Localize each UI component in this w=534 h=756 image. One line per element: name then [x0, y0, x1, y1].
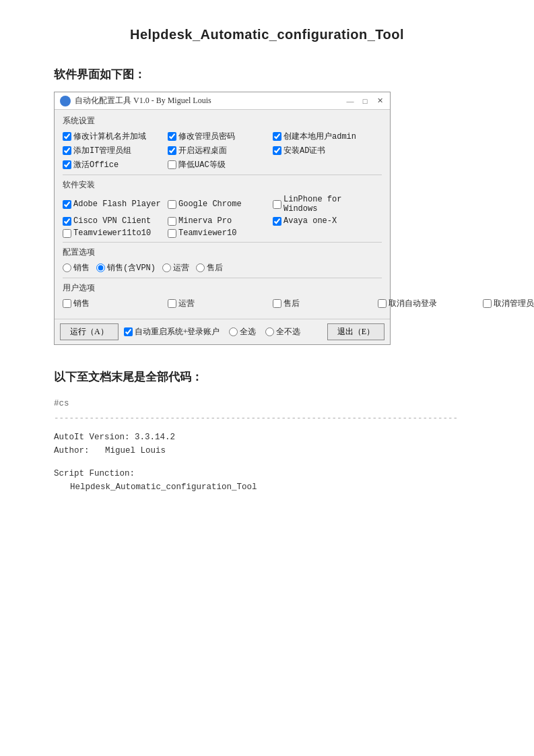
code-block: #cs ------------------------------------…	[54, 397, 480, 494]
radio-ops-input[interactable]	[162, 263, 171, 272]
script-function-label-line: Script Function:	[54, 467, 480, 480]
checkbox-cancel-autologin[interactable]	[378, 299, 387, 308]
radio-select-all[interactable]: 全选	[229, 326, 256, 338]
window-footer: 运行（A） 自动重启系统+登录账户 全选 全不选 退出（E）	[55, 319, 390, 344]
close-button[interactable]: ✕	[375, 96, 385, 106]
checkbox-cisco[interactable]	[63, 217, 71, 226]
system-settings-row3: 激活Office 降低UAC等级	[63, 159, 382, 170]
radio-after-sales[interactable]: 售后	[196, 262, 223, 274]
app-window: 自动化配置工具 V1.0 - By Miguel Louis — □ ✕ 系统设…	[54, 92, 391, 345]
user-options-label: 用户选项	[63, 282, 382, 294]
checkbox-linphone[interactable]	[273, 200, 281, 209]
system-settings-row1: 修改计算机名并加域 修改管理员密码 创建本地用户admin	[63, 131, 382, 142]
radio-sales-vpn-input[interactable]	[96, 263, 105, 272]
check-enable-remote[interactable]: 开启远程桌面	[168, 145, 269, 156]
check-activate-office[interactable]: 激活Office	[63, 159, 164, 170]
exit-button[interactable]: 退出（E）	[327, 323, 385, 340]
system-settings-row2: 添加IT管理员组 开启远程桌面 安装AD证书	[63, 145, 382, 156]
checkbox-avaya[interactable]	[273, 217, 281, 226]
window-body: 系统设置 修改计算机名并加域 修改管理员密码 创建本地用户admin 添加IT管…	[55, 110, 390, 319]
user-options-row: 销售 运营 售后 取消自动登录 取消管理员权限	[63, 298, 382, 309]
checkbox-modify-admin-pwd[interactable]	[168, 132, 176, 141]
page-title: Helpdesk_Automatic_configuration_Tool	[54, 27, 480, 42]
script-function-value-line: Helpdesk_Automatic_configuration_Tool	[54, 480, 480, 494]
window-controls: — □ ✕	[345, 96, 385, 106]
check-teamviewer11[interactable]: Teamviewer11to10	[63, 228, 164, 238]
autoit-version-line: AutoIt Version: 3.3.14.2	[54, 431, 480, 444]
check-lower-uac[interactable]: 降低UAC等级	[168, 159, 269, 170]
checkbox-user-ops[interactable]	[168, 299, 176, 308]
checkbox-cancel-admin[interactable]	[483, 299, 492, 308]
check-user-sales[interactable]: 销售	[63, 298, 164, 309]
radio-deselect-all-input[interactable]	[265, 327, 274, 336]
checkbox-user-sales[interactable]	[63, 299, 71, 308]
section1-heading: 软件界面如下图：	[54, 67, 480, 82]
checkbox-activate-office[interactable]	[63, 160, 71, 169]
checkbox-user-after-sales[interactable]	[273, 299, 281, 308]
radio-deselect-all[interactable]: 全不选	[265, 326, 300, 338]
section2-heading: 以下至文档末尾是全部代码：	[54, 369, 480, 385]
check-avaya[interactable]: Avaya one-X	[273, 216, 374, 226]
checkbox-add-it-group[interactable]	[63, 146, 71, 155]
software-row1: Adobe Flash Player Google Chrome LinPhon…	[63, 195, 382, 214]
author-label: Author:	[54, 446, 90, 455]
check-chrome[interactable]: Google Chrome	[168, 199, 269, 209]
check-install-ad[interactable]: 安装AD证书	[273, 145, 374, 156]
check-modify-admin-pwd[interactable]: 修改管理员密码	[168, 131, 269, 142]
maximize-button[interactable]: □	[360, 96, 370, 106]
software-row3: Teamviewer11to10 Teamviewer10	[63, 228, 382, 238]
run-button[interactable]: 运行（A）	[60, 323, 119, 340]
code-divider: ----------------------------------------…	[54, 412, 480, 425]
window-titlebar: 自动化配置工具 V1.0 - By Miguel Louis — □ ✕	[55, 92, 390, 110]
check-teamviewer10[interactable]: Teamviewer10	[168, 228, 269, 238]
check-linphone[interactable]: LinPhone for Windows	[273, 195, 378, 214]
window-title: 自动化配置工具 V1.0 - By Miguel Louis	[75, 95, 345, 106]
code-comment: #cs	[54, 397, 480, 410]
author-line: Author: Miguel Louis	[54, 444, 480, 458]
radio-sales-input[interactable]	[63, 263, 71, 272]
radio-select-all-input[interactable]	[229, 327, 238, 336]
minimize-button[interactable]: —	[345, 96, 355, 106]
software-install-label: 软件安装	[63, 179, 382, 191]
checkbox-flash[interactable]	[63, 200, 71, 209]
radio-after-sales-input[interactable]	[196, 263, 205, 272]
checkbox-enable-remote[interactable]	[168, 146, 176, 155]
author-name: Miguel Louis	[105, 446, 166, 455]
radio-sales[interactable]: 销售	[63, 262, 90, 274]
radio-sales-vpn[interactable]: 销售(含VPN)	[96, 262, 156, 274]
config-options-row: 销售 销售(含VPN) 运营 售后	[63, 262, 382, 274]
check-cancel-admin[interactable]: 取消管理员权限	[483, 298, 534, 309]
check-create-admin[interactable]: 创建本地用户admin	[273, 131, 374, 142]
auto-restart-check[interactable]: 自动重启系统+登录账户	[124, 326, 220, 338]
check-user-ops[interactable]: 运营	[168, 298, 269, 309]
check-flash[interactable]: Adobe Flash Player	[63, 199, 164, 209]
radio-ops[interactable]: 运营	[162, 262, 189, 274]
checkbox-install-ad[interactable]	[273, 146, 281, 155]
check-cisco[interactable]: Cisco VPN Client	[63, 216, 164, 226]
checkbox-modify-computer[interactable]	[63, 132, 71, 141]
window-icon	[60, 96, 71, 106]
config-options-label: 配置选项	[63, 247, 382, 258]
check-modify-computer[interactable]: 修改计算机名并加域	[63, 131, 164, 142]
checkbox-minerva[interactable]	[168, 217, 176, 226]
checkbox-chrome[interactable]	[168, 200, 176, 209]
check-cancel-autologin[interactable]: 取消自动登录	[378, 298, 479, 309]
checkbox-teamviewer11[interactable]	[63, 229, 71, 238]
software-row2: Cisco VPN Client Minerva Pro Avaya one-X	[63, 216, 382, 226]
checkbox-create-admin[interactable]	[273, 132, 281, 141]
checkbox-lower-uac[interactable]	[168, 160, 176, 169]
checkbox-auto-restart[interactable]	[124, 327, 133, 336]
check-user-after-sales[interactable]: 售后	[273, 298, 374, 309]
system-settings-label: 系统设置	[63, 115, 382, 127]
checkbox-teamviewer10[interactable]	[168, 229, 176, 238]
check-minerva[interactable]: Minerva Pro	[168, 216, 269, 226]
check-add-it-group[interactable]: 添加IT管理员组	[63, 145, 164, 156]
